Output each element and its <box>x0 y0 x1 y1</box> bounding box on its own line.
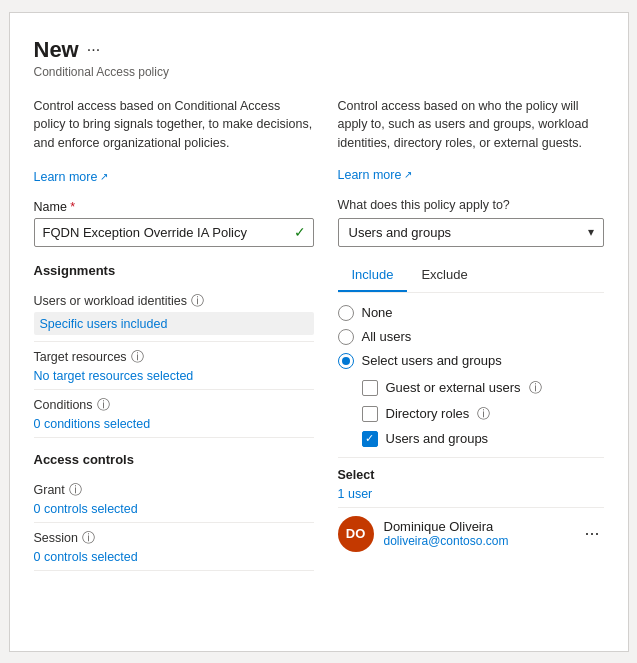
checkbox-guest-label: Guest or external users <box>386 380 521 395</box>
tab-bar: Include Exclude <box>338 261 604 293</box>
checkbox-guest-box <box>362 380 378 396</box>
right-external-link-icon: ↗ <box>404 169 412 180</box>
radio-select-users-label: Select users and groups <box>362 353 502 368</box>
session-info-icon[interactable]: ⓘ <box>82 529 95 547</box>
name-input-wrapper: ✓ <box>34 218 314 247</box>
required-star: * <box>70 200 75 214</box>
assignments-title: Assignments <box>34 263 314 278</box>
left-description: Control access based on Conditional Acce… <box>34 97 314 153</box>
checkbox-directory-box <box>362 406 378 422</box>
radio-none[interactable]: None <box>338 305 604 321</box>
conditions-value[interactable]: 0 conditions selected <box>34 417 151 431</box>
left-learn-more-link[interactable]: Learn more ↗ <box>34 170 109 184</box>
target-resources-row: Target resources ⓘ No target resources s… <box>34 342 314 390</box>
user-avatar: DO <box>338 516 374 552</box>
session-title: Session <box>34 531 78 545</box>
checkbox-directory-label: Directory roles <box>386 406 470 421</box>
users-assignment-row: Users or workload identities ⓘ Specific … <box>34 286 314 342</box>
grant-row-header: Grant ⓘ <box>34 481 314 499</box>
dropdown-wrapper: Users and groups ▾ <box>338 218 604 247</box>
right-column: Control access based on who the policy w… <box>338 97 604 627</box>
apply-label: What does this policy apply to? <box>338 198 604 212</box>
checkbox-users-groups-box: ✓ <box>362 431 378 447</box>
conditions-row-header: Conditions ⓘ <box>34 396 314 414</box>
users-info-icon[interactable]: ⓘ <box>191 292 204 310</box>
external-link-icon: ↗ <box>100 171 108 182</box>
tab-exclude[interactable]: Exclude <box>407 261 481 292</box>
ellipsis-icon[interactable]: ··· <box>87 41 100 59</box>
header: New ··· <box>34 37 604 63</box>
users-row-title: Users or workload identities <box>34 294 188 308</box>
directory-info-icon[interactable]: ⓘ <box>477 405 490 423</box>
tab-include[interactable]: Include <box>338 261 408 292</box>
radio-none-circle <box>338 305 354 321</box>
grant-row: Grant ⓘ 0 controls selected <box>34 475 314 523</box>
check-icon: ✓ <box>294 224 306 240</box>
session-value[interactable]: 0 controls selected <box>34 550 138 564</box>
radio-select-users-circle <box>338 353 354 369</box>
radio-select-users[interactable]: Select users and groups <box>338 353 604 369</box>
grant-title: Grant <box>34 483 65 497</box>
guest-info-icon[interactable]: ⓘ <box>529 379 542 397</box>
radio-all-users-circle <box>338 329 354 345</box>
conditions-row: Conditions ⓘ 0 conditions selected <box>34 390 314 438</box>
conditions-title: Conditions <box>34 398 93 412</box>
right-learn-more-link[interactable]: Learn more ↗ <box>338 168 413 182</box>
radio-all-users-label: All users <box>362 329 412 344</box>
user-info: Dominique Oliveira doliveira@contoso.com <box>384 519 571 548</box>
user-name: Dominique Oliveira <box>384 519 571 534</box>
grant-info-icon[interactable]: ⓘ <box>69 481 82 499</box>
session-row-header: Session ⓘ <box>34 529 314 547</box>
divider <box>338 457 604 458</box>
policy-applies-dropdown[interactable]: Users and groups <box>338 218 604 247</box>
target-row-header: Target resources ⓘ <box>34 348 314 366</box>
select-label: Select <box>338 468 604 482</box>
checkbox-users-groups-label: Users and groups <box>386 431 489 446</box>
users-value: Specific users included <box>40 317 168 331</box>
radio-group: None All users Select users and groups <box>338 305 604 369</box>
radio-all-users[interactable]: All users <box>338 329 604 345</box>
right-description: Control access based on who the policy w… <box>338 97 604 153</box>
left-column: Control access based on Conditional Acce… <box>34 97 314 627</box>
access-controls-title: Access controls <box>34 452 314 467</box>
grant-value[interactable]: 0 controls selected <box>34 502 138 516</box>
target-value[interactable]: No target resources selected <box>34 369 194 383</box>
radio-none-label: None <box>362 305 393 320</box>
conditions-info-icon[interactable]: ⓘ <box>97 396 110 414</box>
checkbox-directory[interactable]: Directory roles ⓘ <box>362 405 604 423</box>
users-highlight[interactable]: Specific users included <box>34 312 314 335</box>
two-col-layout: Control access based on Conditional Acce… <box>34 97 604 627</box>
user-row: DO Dominique Oliveira doliveira@contoso.… <box>338 507 604 560</box>
checkbox-group: Guest or external users ⓘ Directory role… <box>362 379 604 447</box>
checkbox-guest[interactable]: Guest or external users ⓘ <box>362 379 604 397</box>
page-title: New <box>34 37 79 63</box>
user-count-link[interactable]: 1 user <box>338 487 373 501</box>
page-subtitle: Conditional Access policy <box>34 65 604 79</box>
user-email[interactable]: doliveira@contoso.com <box>384 534 571 548</box>
name-label: Name * <box>34 200 314 214</box>
policy-name-input[interactable] <box>34 218 314 247</box>
target-row-title: Target resources <box>34 350 127 364</box>
session-row: Session ⓘ 0 controls selected <box>34 523 314 571</box>
users-row-header: Users or workload identities ⓘ <box>34 292 314 310</box>
user-more-icon[interactable]: ··· <box>580 523 603 544</box>
checkbox-users-groups[interactable]: ✓ Users and groups <box>362 431 604 447</box>
target-info-icon[interactable]: ⓘ <box>131 348 144 366</box>
main-card: New ··· Conditional Access policy Contro… <box>9 12 629 652</box>
